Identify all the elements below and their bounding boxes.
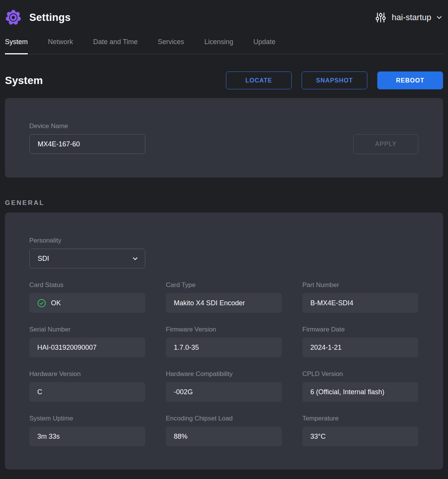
tab-services[interactable]: Services (158, 35, 184, 54)
field-hardware-compatibility: Hardware Compatibility -002G (166, 370, 282, 402)
page-head: System LOCATE SNAPSHOT REBOOT (5, 71, 443, 89)
device-name-field: Device Name (29, 122, 145, 154)
app-header: Settings hai-startup (0, 0, 448, 35)
field-cpld-version: CPLD Version 6 (Official, Internal flash… (302, 370, 418, 402)
tab-licensing[interactable]: Licensing (204, 35, 233, 54)
device-selector-label: hai-startup (392, 13, 431, 22)
personality-label: Personality (29, 237, 419, 244)
chevron-down-icon (132, 255, 138, 262)
gear-icon (5, 9, 22, 26)
field-temperature: Temperature 33°C (302, 415, 418, 446)
device-name-input[interactable] (29, 134, 145, 154)
tab-system[interactable]: System (5, 35, 28, 54)
page-actions: LOCATE SNAPSHOT REBOOT (226, 71, 443, 89)
page-header-title: Settings (29, 12, 71, 24)
device-name-card: Device Name APPLY (5, 98, 443, 178)
general-fields-grid: Card Status OK Card Type Makito X4 SDI E… (29, 281, 419, 446)
device-name-label: Device Name (29, 122, 145, 130)
page-title: System (5, 75, 43, 87)
field-serial-number: Serial Number HAI-031920090007 (29, 326, 145, 357)
status-ok-icon (37, 299, 46, 308)
field-card-status: Card Status OK (29, 281, 145, 313)
general-card: Personality SDI Card Status OK (5, 213, 443, 469)
general-section-heading: GENERAL (5, 199, 443, 207)
tab-update[interactable]: Update (253, 35, 275, 54)
field-part-number: Part Number B-MX4E-SDI4 (302, 281, 418, 313)
field-firmware-version: Firmware Version 1.7.0-35 (166, 326, 282, 357)
card-status-value: OK (29, 293, 145, 313)
settings-tab-bar: System Network Date and Time Services Li… (5, 35, 443, 54)
personality-selected-value: SDI (38, 255, 49, 263)
personality-field: Personality SDI (29, 237, 419, 268)
tab-date-and-time[interactable]: Date and Time (93, 35, 138, 54)
tab-network[interactable]: Network (48, 35, 73, 54)
field-encoding-chipset-load: Encoding Chipset Load 88% (166, 415, 282, 446)
personality-select[interactable]: SDI (29, 249, 145, 268)
locate-button[interactable]: LOCATE (226, 71, 292, 89)
sliders-icon (374, 11, 387, 24)
apply-button[interactable]: APPLY (353, 134, 418, 154)
field-system-uptime: System Uptime 3m 33s (29, 415, 145, 446)
device-selector-dropdown[interactable]: hai-startup (374, 11, 443, 24)
app-brand: Settings (5, 9, 71, 26)
field-hardware-version: Hardware Version C (29, 370, 145, 402)
chevron-down-icon (436, 14, 443, 21)
field-firmware-date: Firmware Date 2024-1-21 (302, 326, 418, 357)
reboot-button[interactable]: REBOOT (377, 71, 443, 89)
snapshot-button[interactable]: SNAPSHOT (302, 71, 367, 89)
field-card-type: Card Type Makito X4 SDI Encoder (166, 281, 282, 313)
